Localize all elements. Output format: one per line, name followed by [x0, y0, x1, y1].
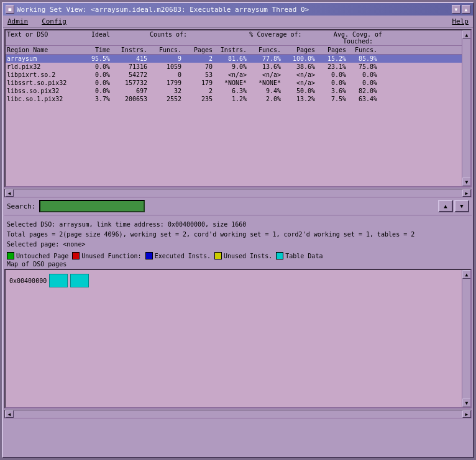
scroll-right-btn[interactable]: ▶ [462, 189, 471, 197]
map-page-0-0[interactable] [49, 274, 68, 287]
table-cell: rld.pix32 [7, 63, 81, 70]
table-row[interactable]: rld.pix320.0%713161059709.0%13.6%38.6%23… [6, 63, 470, 71]
table-cell: 63.4% [349, 96, 380, 102]
map-page-0-1[interactable] [70, 274, 89, 287]
table-scrollbar-h[interactable]: ◀ ▶ [4, 189, 472, 197]
col-header-coverage: % Coverage of: [224, 31, 327, 45]
col-sub-funcs: Funcs. [150, 47, 184, 53]
scroll-down-btn[interactable]: ▼ [462, 178, 471, 186]
table-cell: 23.1% [318, 63, 349, 70]
map-address-0: 0x00400000 [9, 277, 47, 284]
table-cell: 0.0% [349, 79, 380, 86]
table-cell: <n/a> [215, 71, 249, 78]
table-cell: 3.7% [81, 96, 112, 102]
table-cell: 100.0% [283, 55, 318, 62]
menu-help[interactable]: Help [451, 17, 471, 26]
col-header-dso: Text or DSO [7, 31, 81, 45]
table-cell: 2 [184, 55, 215, 62]
table-cell: 13.2% [283, 96, 318, 102]
table-cell: 7.5% [318, 96, 349, 102]
table-cell: 697 [112, 88, 150, 94]
table-cell: 2.0% [249, 96, 283, 102]
table-cell: 9.4% [249, 88, 283, 94]
col-sub-pct-instrs: Instrs. [215, 47, 249, 53]
title-bar: ■ Working Set View: <arraysum.ideal.m206… [3, 3, 473, 16]
table-cell: 2 [184, 88, 215, 94]
legend-label-unused-func: Unused Function: [81, 253, 141, 259]
search-buttons: ▲ ▼ [438, 200, 469, 212]
search-up-btn[interactable]: ▲ [438, 200, 453, 212]
status-line2: Total pages = 2(page size 4096), working… [7, 230, 469, 240]
col-sub-pages: Pages [184, 47, 215, 53]
table-cell: 0.0% [81, 79, 112, 86]
table-cell: 0.0% [81, 63, 112, 70]
table-cell: 70 [184, 63, 215, 70]
table-cell: *NONE* [215, 79, 249, 86]
status-line3: Selected page: <none> [7, 240, 469, 250]
map-scroll-left-btn[interactable]: ◀ [5, 410, 14, 418]
minimize-button[interactable]: ▼ [452, 5, 460, 14]
table-row[interactable]: libpixrt.so.20.0%54272053<n/a><n/a><n/a>… [6, 71, 470, 79]
legend-box-unused-insts [214, 252, 222, 259]
menu-config[interactable]: Config [40, 17, 68, 26]
table-cell: 77.8% [249, 55, 283, 62]
col-header-avg: Avg. Covg. of Touched: [327, 31, 389, 45]
menu-bar-left: Admin Config [6, 17, 68, 26]
table-cell: 71316 [112, 63, 150, 70]
table-cell: 179 [184, 79, 215, 86]
legend-label-untouched: Untouched Page [16, 253, 68, 259]
title-bar-left: ■ Working Set View: <arraysum.ideal.m206… [6, 5, 309, 14]
table-cell: 82.0% [349, 88, 380, 94]
table-cell: 235 [184, 96, 215, 102]
title-buttons: ▼ ▲ [452, 5, 470, 14]
table-cell: 200653 [112, 96, 150, 102]
close-button[interactable]: ■ [6, 5, 14, 14]
search-down-btn[interactable]: ▼ [454, 200, 469, 212]
table-row[interactable]: libc.so.1.pix323.7%20065325522351.2%2.0%… [6, 95, 470, 103]
legend-executed: Executed Insts. [145, 252, 211, 259]
legend: Untouched Page Unused Function: Executed… [3, 251, 473, 261]
scroll-left-btn[interactable]: ◀ [5, 189, 14, 197]
col-sub-time: Time [81, 47, 112, 53]
table-cell: arraysum [7, 55, 81, 62]
map-scroll-down-btn[interactable]: ▼ [462, 399, 471, 407]
table-header-row2: Region Name Time Instrs. Funcs. Pages In… [6, 46, 470, 55]
table-scrollbar-v[interactable]: ▲ ▼ [462, 30, 470, 186]
table-cell: 13.6% [249, 63, 283, 70]
map-row-0: 0x00400000 [6, 270, 470, 291]
table-cell: 0.0% [318, 71, 349, 78]
table-row[interactable]: libssrt.so.pix320.0%1577321799179*NONE**… [6, 79, 470, 87]
table-cell: libss.so.pix32 [7, 88, 81, 94]
map-scrollbar-h[interactable]: ◀ ▶ [4, 410, 472, 418]
maximize-button[interactable]: ▲ [462, 5, 470, 14]
scroll-up-btn[interactable]: ▲ [462, 30, 471, 39]
col-sub-pct-pages: Pages [283, 47, 318, 53]
menu-admin[interactable]: Admin [6, 17, 30, 26]
table-cell: libpixrt.so.2 [7, 71, 81, 78]
table-cell: 85.9% [349, 55, 380, 62]
table-row[interactable]: libss.so.pix320.0%6973226.3%9.4%50.0%3.6… [6, 87, 470, 95]
table-cell: 1.2% [215, 96, 249, 102]
table-cell: 81.6% [215, 55, 249, 62]
table-body: arraysum95.5%4159281.6%77.8%100.0%15.2%8… [6, 55, 470, 103]
legend-box-unused-func [72, 252, 80, 259]
map-scroll-right-btn[interactable]: ▶ [462, 410, 471, 418]
table-cell: 0.0% [318, 79, 349, 86]
map-scroll-up-btn[interactable]: ▲ [462, 270, 471, 279]
map-scrollbar-v[interactable]: ▲ ▼ [462, 270, 470, 407]
table-cell: libssrt.so.pix32 [7, 79, 81, 86]
col-header-ideal: Ideal [81, 31, 112, 45]
table-cell: 32 [150, 88, 184, 94]
table-row[interactable]: arraysum95.5%4159281.6%77.8%100.0%15.2%8… [6, 55, 470, 63]
col-sub-avg-pages: Pages [318, 47, 349, 53]
table-cell: *NONE* [249, 79, 283, 86]
col-sub-avg-funcs: Funcs. [349, 47, 380, 53]
table-cell: 157732 [112, 79, 150, 86]
col-sub-instrs: Instrs. [112, 47, 150, 53]
map-label: Map of DSO pages [3, 261, 473, 268]
table-cell: 75.8% [349, 63, 380, 70]
table-header-row1: Text or DSO Ideal Counts of: % Coverage … [6, 30, 470, 46]
col-header-counts: Counts of: [112, 31, 224, 45]
table-cell: 6.3% [215, 88, 249, 94]
search-input[interactable] [39, 200, 145, 212]
